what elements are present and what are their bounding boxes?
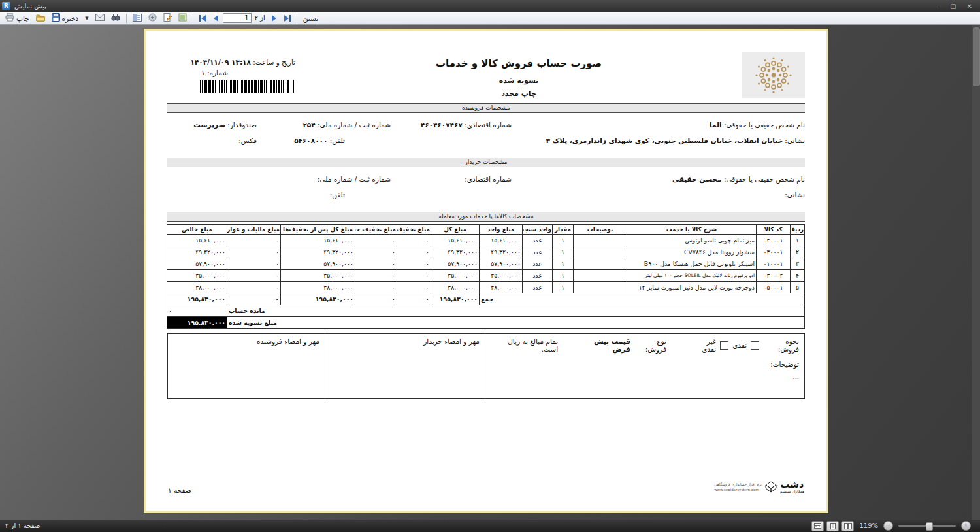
table-cell: ۳۸,۰۰۰,۰۰۰: [480, 282, 523, 293]
barcode: [167, 80, 295, 95]
seller-name: نام شخص حقیقی یا حقوقی: الما: [512, 121, 805, 129]
seller-fax: فکس:: [167, 137, 257, 144]
table-header-cell: مبلغ مالیات و عوارض: [227, 225, 281, 235]
table-header-cell: توضیحات: [574, 225, 627, 235]
watermark-button[interactable]: [176, 12, 189, 24]
zoom-in-button[interactable]: +: [961, 521, 971, 531]
settled-amount-value: ۱۹۵,۸۳۰,۰۰۰: [167, 317, 227, 329]
table-header-cell: ردیف: [791, 225, 805, 235]
prev-page-icon: [213, 15, 219, 22]
table-cell: ۵۷,۹۰۰,۰۰۰: [167, 258, 227, 270]
prev-page-button[interactable]: [210, 14, 221, 22]
table-cell: ۰: [227, 235, 281, 246]
save-dropdown-button[interactable]: ▼: [82, 15, 91, 22]
first-page-button[interactable]: [197, 14, 209, 22]
table-cell: ۱: [553, 246, 574, 258]
one-page-view-button[interactable]: [826, 521, 839, 531]
notes-value: ...: [491, 373, 799, 380]
table-cell: ۴۹,۳۲۰,۰۰۰: [431, 246, 480, 258]
vertical-scrollbar[interactable]: [972, 25, 980, 520]
last-page-button[interactable]: [281, 14, 293, 22]
open-button[interactable]: [33, 13, 48, 24]
table-cell: ۱: [553, 235, 574, 246]
fit-page-view-button[interactable]: [811, 521, 824, 531]
table-cell: [574, 246, 627, 258]
table-cell: ۱۵,۶۱۰,۰۰۰: [431, 235, 480, 246]
table-header-cell: مبلغ واحد: [480, 225, 523, 235]
close-preview-button[interactable]: بستن: [301, 14, 321, 23]
maximize-button[interactable]: ▢: [950, 3, 956, 10]
table-cell: ۰: [355, 258, 397, 270]
table-cell: ۱: [791, 235, 805, 246]
preview-viewport: صورت حساب فروش کالا و خدمات تسویه شده چا…: [0, 25, 980, 520]
buyer-signature-box: مهر و امضاء خریدار: [325, 333, 485, 399]
rial-note: تمام مبالغ به ریال است.: [491, 337, 558, 353]
save-button[interactable]: ذخیره: [49, 12, 82, 24]
table-cell: ادو پرفیوم زنانه لالیک مدل SOLEIL حجم ۱۰…: [627, 270, 757, 282]
seller-signature-box: مهر و امضاء فروشنده: [167, 333, 325, 399]
sale-type-label: نوع فروش:: [634, 337, 666, 353]
next-page-button[interactable]: [269, 14, 280, 22]
save-icon: [52, 13, 60, 23]
table-cell: میز تمام چوبی تاشو لوتوس: [627, 235, 757, 246]
last-page-icon: [284, 15, 291, 22]
table-cell: ۰: [227, 258, 281, 270]
sale-method-label: نحوه فروش:: [763, 337, 799, 353]
zoom-level-label: 119%: [859, 522, 878, 529]
table-row: ۴۰۳۰۰۰۲ادو پرفیوم زنانه لالیک مدل SOLEIL…: [167, 270, 805, 282]
pan-tool-button[interactable]: [146, 12, 159, 24]
table-cell: ۱: [553, 270, 574, 282]
table-cell: عدد: [523, 270, 553, 282]
printer-icon: [5, 13, 14, 23]
folder-icon: [36, 14, 45, 23]
buyer-name: نام شخص حقیقی یا حقوقی: محسن حقیقی: [512, 175, 805, 183]
invoice-page-footer: دشت همکاران سیستم نرم افزار حسابداری فرو…: [167, 480, 805, 494]
zoom-slider-thumb[interactable]: [926, 522, 933, 531]
balance-label: مانده حساب: [227, 305, 805, 317]
page-setup-icon: [163, 13, 172, 23]
sum-volume-discount: ۰: [355, 293, 397, 305]
email-button[interactable]: [93, 13, 107, 23]
app-icon: R: [2, 2, 10, 10]
reprint-stamp: چاپ مجدد: [295, 90, 742, 98]
table-cell: ۰: [397, 246, 431, 258]
close-window-button[interactable]: ✕: [967, 3, 972, 10]
two-page-view-button[interactable]: [841, 521, 854, 531]
seller-economic-number: شماره اقتصادی: ۴۶۰۴۶۰۷۴۶۷: [391, 121, 512, 129]
document-map-icon: [133, 14, 142, 23]
vendor-diamond-icon: [765, 481, 777, 493]
document-map-button[interactable]: [130, 13, 144, 24]
table-cell: عدد: [523, 258, 553, 270]
scrollbar-thumb[interactable]: [973, 27, 980, 86]
invoice-title: صورت حساب فروش کالا و خدمات: [295, 58, 742, 69]
table-cell: ۳: [791, 258, 805, 270]
items-table: ردیفکد کالاشرح کالا یا خدمتتوضیحاتمقدارو…: [167, 224, 805, 329]
buyer-registration-number: شماره ثبت / شماره ملی:: [257, 175, 391, 183]
window-controls: – ▢ ✕: [936, 3, 980, 10]
seller-cashier: صندوقدار: سرپرست: [167, 121, 257, 129]
seller-registration-number: شماره ثبت / شماره ملی: ۲۵۴: [257, 121, 391, 129]
find-button[interactable]: [108, 13, 123, 24]
table-cell: ۴۹,۳۲۰,۰۰۰: [480, 246, 523, 258]
zoom-out-button[interactable]: −: [883, 521, 893, 531]
first-page-icon: [199, 15, 206, 22]
buyer-signature-label: مهر و امضاء خریدار: [423, 337, 480, 345]
sum-row: جمع ۱۹۵,۸۳۰,۰۰۰ ۰ ۰ ۱۹۵,۸۳۰,۰۰۰ ۰ ۱۹۵,۸۳…: [167, 293, 805, 305]
print-button[interactable]: چاپ: [3, 12, 32, 24]
table-row: ۱۰۲۰۰۰۱میز تمام چوبی تاشو لوتوس۱عدد۱۵,۶۱…: [167, 235, 805, 246]
sum-net: ۱۹۵,۸۳۰,۰۰۰: [167, 293, 227, 305]
buyer-address: نشانی:: [345, 191, 805, 199]
minimize-button[interactable]: –: [936, 3, 939, 10]
status-page-info: صفحه ۱ از ۲: [0, 522, 40, 529]
table-header-cell: مقدار: [553, 225, 574, 235]
table-row: ۳۰۱۰۰۰۱اسپیکر بلوتوثی قابل حمل هیسکا مدل…: [167, 258, 805, 270]
zoom-slider[interactable]: [898, 525, 956, 527]
table-cell: [574, 282, 627, 293]
table-cell: ۰: [397, 282, 431, 293]
fit-page-icon: [814, 523, 821, 529]
page-number-input[interactable]: [223, 13, 252, 23]
table-cell: ۵۷,۹۰۰,۰۰۰: [281, 258, 355, 270]
table-cell: دوچرخه پورت لاین مدل دنیز اسپورت سایز ۱۲: [627, 282, 757, 293]
table-cell: ۰۲۰۰۰۱: [757, 235, 791, 246]
page-setup-button[interactable]: [161, 12, 174, 24]
